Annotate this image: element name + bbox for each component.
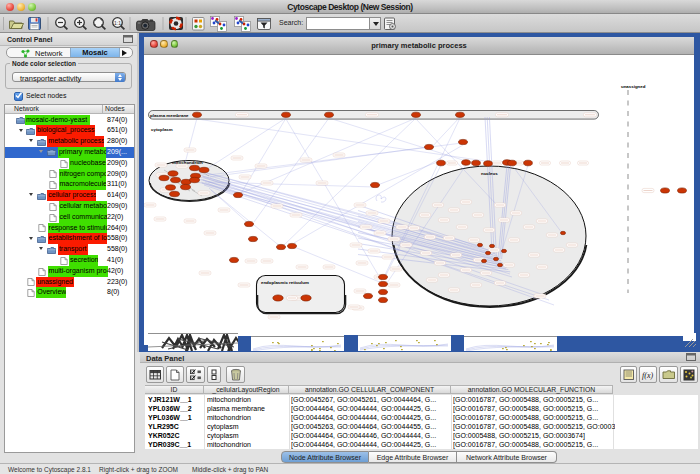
svg-text:endoplasmic reticulum: endoplasmic reticulum	[261, 280, 309, 285]
svg-text:unassigned: unassigned	[621, 84, 646, 89]
svg-text:nucleus: nucleus	[481, 171, 498, 176]
svg-text:cytoplasm: cytoplasm	[151, 127, 173, 132]
svg-text:plasma membrane: plasma membrane	[150, 113, 189, 118]
svg-text:mitochondrion: mitochondrion	[172, 160, 203, 165]
svg-text:f(x): f(x)	[642, 371, 653, 380]
svg-text:1:1: 1:1	[114, 20, 121, 26]
